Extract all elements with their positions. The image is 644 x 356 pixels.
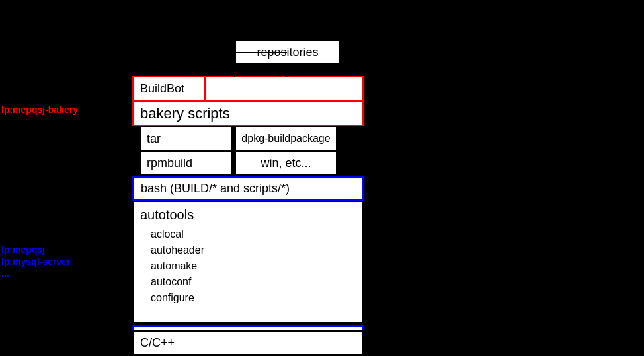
label-lp-mepqsj: lp:mepqsj — [1, 244, 45, 255]
cpp-label: C/C++ — [140, 336, 175, 350]
box-buildbot: BuildBot — [132, 76, 364, 101]
dpkg-label: dpkg-buildpackage — [241, 133, 330, 145]
tar-label: tar — [147, 132, 161, 146]
autotools-item-configure: configure — [140, 290, 356, 306]
box-autotools: autotools aclocal autoheader automake au… — [132, 201, 364, 323]
box-rpmbuild: rpmbuild — [140, 151, 233, 176]
box-tar: tar — [140, 126, 233, 151]
box-cpp: C/C++ — [132, 330, 364, 355]
label-lp-mysql-server: lp:mysql-server — [1, 256, 70, 267]
bash-label: bash (BUILD/* and scripts/*) — [141, 182, 290, 196]
box-win: win, etc... — [235, 151, 337, 176]
label-dots: ... — [1, 268, 9, 279]
label-lp-mepqsj-bakery: lp:mepqsj-bakery — [1, 104, 78, 115]
autotools-item-aclocal: aclocal — [140, 227, 356, 242]
autotools-title: autotools — [140, 207, 356, 223]
repositories-label: repositories — [257, 46, 318, 59]
diagram-container: repositories BuildBot bakery scripts tar… — [0, 0, 644, 356]
buildbot-label: BuildBot — [140, 82, 184, 96]
box-bakery-scripts: bakery scripts — [132, 101, 364, 126]
box-dpkg: dpkg-buildpackage — [235, 126, 337, 151]
autotools-item-autoconf: autoconf — [140, 274, 356, 290]
autotools-item-automake: automake — [140, 258, 356, 274]
box-bash: bash (BUILD/* and scripts/*) — [132, 176, 364, 201]
rpmbuild-label: rpmbuild — [147, 157, 192, 170]
box-repositories: repositories — [235, 40, 341, 65]
autotools-item-autoheader: autoheader — [140, 242, 356, 258]
bakery-scripts-label: bakery scripts — [140, 105, 230, 122]
win-label: win, etc... — [261, 157, 311, 170]
